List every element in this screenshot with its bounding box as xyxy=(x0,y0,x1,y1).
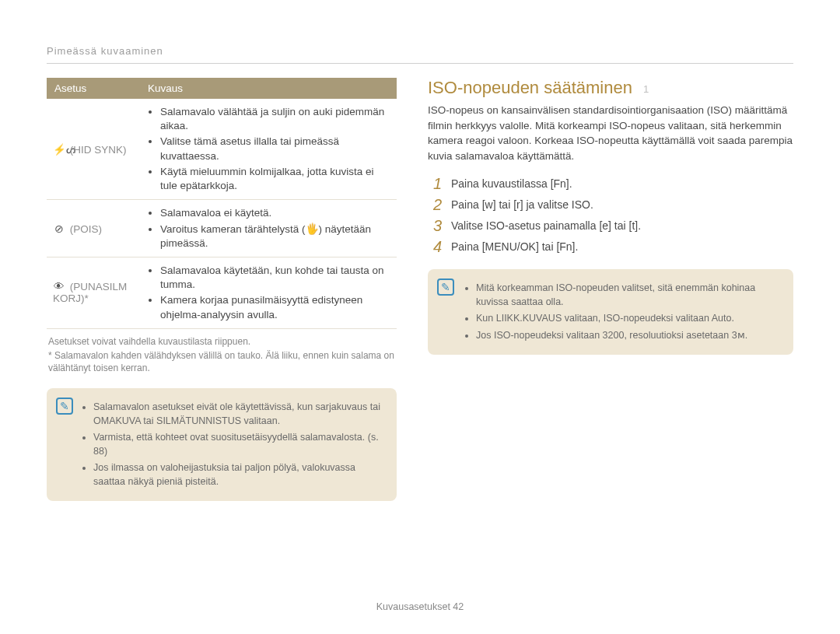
tip-item: Kun LIIKK.KUVAUS valitaan, ISO-nopeudeks… xyxy=(476,312,781,326)
step-number: 1 xyxy=(428,176,442,191)
tip-item: Salamavalon asetukset eivät ole käytettä… xyxy=(93,401,384,428)
step: 3 Valitse ISO-asetus painamalla [e] tai … xyxy=(428,218,793,234)
table-row: 👁 (PUNASILM KORJ)* Salamavaloa käytetään… xyxy=(47,257,397,328)
footnote: * Salamavalon kahden välähdyksen välillä… xyxy=(48,349,397,374)
list-item: Valitse tämä asetus illalla tai pimeässä… xyxy=(160,135,390,163)
step-text: Paina kuvaustilassa [Fn]. xyxy=(451,176,572,192)
tip-item: Varmista, että kohteet ovat suositusetäi… xyxy=(93,431,384,458)
footnote: Asetukset voivat vaihdella kuvaustilasta… xyxy=(48,335,397,348)
list-item: Salamavaloa käytetään, kun kohde tai tau… xyxy=(160,264,390,292)
heading-text: ISO-nopeuden säätäminen xyxy=(428,78,632,97)
table-row: ⊘ (POIS) Salamavaloa ei käytetä. Varoitu… xyxy=(47,200,397,257)
table-row: ⚡ᔕ (HID SYNK) Salamavalo välähtää ja sul… xyxy=(47,99,397,200)
step-text: Paina [w] tai [r] ja valitse ISO. xyxy=(451,197,593,213)
th-kuvaus: Kuvaus xyxy=(140,78,397,99)
list-item: Käytä mieluummin kolmijalkaa, jotta kuvi… xyxy=(160,165,390,193)
content-columns: Asetus Kuvaus ⚡ᔕ (HID SYNK) Salamavalo v… xyxy=(47,78,793,501)
settings-table: Asetus Kuvaus ⚡ᔕ (HID SYNK) Salamavalo v… xyxy=(47,78,397,329)
intro-paragraph: ISO-nopeus on kansainvälisen standardiso… xyxy=(428,103,793,163)
section-heading: ISO-nopeuden säätäminen 1 xyxy=(428,78,793,98)
list-item: Varoitus kameran tärähtelystä (🖐) näytet… xyxy=(160,222,390,250)
step-text: Valitse ISO-asetus painamalla [e] tai [t… xyxy=(451,218,641,234)
step-text: Paina [MENU/OK] tai [Fn]. xyxy=(451,239,578,255)
step-number: 3 xyxy=(428,218,442,233)
step: 1 Paina kuvaustilassa [Fn]. xyxy=(428,176,793,192)
redeye-fix-icon: 👁 xyxy=(53,281,65,292)
step: 4 Paina [MENU/OK] tai [Fn]. xyxy=(428,239,793,255)
list-item: Kamera korjaa punasilmäisyyttä edistynee… xyxy=(160,293,390,321)
setting-label: (HID SYNK) xyxy=(70,144,127,156)
setting-label: (POIS) xyxy=(70,223,102,235)
list-item: Salamavaloa ei käytetä. xyxy=(160,206,390,220)
heading-sub: 1 xyxy=(643,83,649,95)
tip-item: Mitä korkeamman ISO-nopeuden valitset, s… xyxy=(476,282,781,309)
note-icon: ✎ xyxy=(437,278,454,296)
list-item: Salamavalo välähtää ja suljin on auki pi… xyxy=(160,105,390,133)
footnotes: Asetukset voivat vaihdella kuvaustilasta… xyxy=(47,335,397,375)
note-icon: ✎ xyxy=(56,398,73,415)
page-header: Pimeässä kuvaaminen xyxy=(47,45,793,57)
flash-off-icon: ⊘ xyxy=(53,222,65,235)
tip-box-right: ✎ Mitä korkeamman ISO-nopeuden valitset,… xyxy=(428,269,793,355)
tip-box-left: ✎ Salamavalon asetukset eivät ole käytet… xyxy=(47,388,397,501)
step-number: 2 xyxy=(428,197,442,212)
flash-slow-sync-icon: ⚡ᔕ xyxy=(53,143,65,156)
header-rule xyxy=(47,63,793,64)
steps-list: 1 Paina kuvaustilassa [Fn]. 2 Paina [w] … xyxy=(428,176,793,255)
left-column: Asetus Kuvaus ⚡ᔕ (HID SYNK) Salamavalo v… xyxy=(47,78,397,501)
tip-item: Jos ISO-nopeudeksi valitaan 3200, resolu… xyxy=(476,329,781,343)
right-column: ISO-nopeuden säätäminen 1 ISO-nopeus on … xyxy=(428,78,793,501)
step-number: 4 xyxy=(428,239,442,254)
tip-item: Jos ilmassa on valoheijastuksia tai palj… xyxy=(93,461,384,489)
page-footer: Kuvausasetukset 42 xyxy=(0,601,840,612)
th-asetus: Asetus xyxy=(47,78,140,99)
step: 2 Paina [w] tai [r] ja valitse ISO. xyxy=(428,197,793,213)
